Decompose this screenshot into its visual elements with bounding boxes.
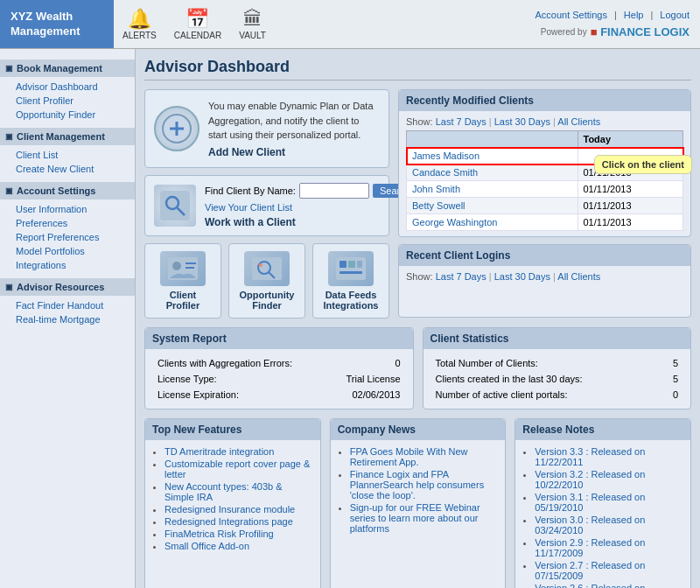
data-feeds-panel[interactable]: Data Feeds Integrations: [312, 243, 389, 318]
work-client-icon: [154, 185, 196, 227]
recent-logins-panel: Recent Client Logins Show: Last 7 Days |…: [398, 244, 691, 318]
filter-7days[interactable]: Last 7 Days: [436, 116, 486, 127]
nav-vault[interactable]: 🏛 VAULT: [239, 8, 266, 40]
client-name-link[interactable]: John Smith: [412, 184, 460, 194]
svg-point-7: [172, 262, 181, 270]
logins-filter: Show: Last 7 Days | Last 30 Days | All C…: [406, 271, 683, 282]
client-name-link[interactable]: Betty Sowell: [412, 200, 466, 211]
news-link[interactable]: FPA Goes Mobile With New Retirement App.: [350, 446, 468, 467]
nav-alerts[interactable]: 🔔 ALERTS: [122, 8, 157, 40]
news-item: Sign-up for our FREE Webinar series to l…: [350, 501, 499, 535]
add-client-content: You may enable Dynamic Plan or Data Aggr…: [208, 99, 380, 158]
client-profiler-panel[interactable]: Client Profiler: [144, 243, 221, 318]
sidebar-item-model-portfolios[interactable]: Model Portfolios: [16, 244, 135, 258]
company-news-body: FPA Goes Mobile With New Retirement App.…: [331, 440, 506, 540]
client-name-link[interactable]: Candace Smith: [412, 167, 478, 178]
client-row[interactable]: Betty Sowell01/11/2013: [407, 198, 683, 214]
release-link[interactable]: Version 3.1 : Released on 05/19/2010: [535, 492, 645, 513]
top-features-list: TD Ameritrade integrationCustomizable re…: [152, 445, 313, 552]
sidebar-item-user-info[interactable]: User Information: [16, 202, 135, 216]
client-name-link[interactable]: George Washington: [412, 217, 497, 228]
view-client-list-link[interactable]: View Your Client List: [205, 202, 417, 213]
feature-link[interactable]: Redesigned Integrations page: [164, 516, 293, 527]
report-row: License Type:Trial License: [154, 372, 404, 386]
logins-filter-7days[interactable]: Last 7 Days: [436, 271, 486, 282]
search-area: Find Client By Name: Search: [205, 183, 417, 199]
powered-by: Powered by ■ FINANCE LOGIX: [541, 25, 690, 38]
sidebar-links-account: User Information Preferences Report Pref…: [0, 200, 135, 275]
account-settings-link[interactable]: Account Settings: [535, 10, 607, 20]
filter-30days[interactable]: Last 30 Days: [494, 116, 550, 127]
svg-rect-16: [348, 261, 355, 268]
feature-link[interactable]: New Account types: 403b & Simple IRA: [164, 481, 283, 502]
client-row[interactable]: George Washington01/11/2013: [407, 214, 683, 231]
sidebar-section-label: Client Management: [17, 131, 105, 142]
page-title: Advisor Dashboard: [144, 58, 691, 80]
client-row[interactable]: John Smith01/11/2013: [407, 181, 683, 198]
sidebar-section-advisor-resources[interactable]: ▣ Advisor Resources: [0, 278, 135, 296]
logout-link[interactable]: Logout: [660, 10, 690, 20]
sidebar-item-fact-finder[interactable]: Fact Finder Handout: [16, 298, 135, 312]
icon-row: Client Profiler Opportunity Finder: [144, 243, 389, 318]
sidebar-item-preferences[interactable]: Preferences: [16, 216, 135, 230]
recent-logins-title: Recent Client Logins: [399, 245, 690, 266]
opportunity-finder-label: Opportunity Finder: [236, 290, 298, 311]
feature-link[interactable]: Redesigned Insurance module: [164, 504, 295, 514]
plus-circle-icon: [161, 113, 192, 144]
sidebar-item-client-list[interactable]: Client List: [16, 148, 135, 162]
svg-rect-10: [252, 257, 282, 280]
client-stats-body: Total Number of Clients:5Clients created…: [424, 349, 691, 409]
news-item: Finance Logix and FPA PlannerSearch help…: [350, 468, 499, 501]
sidebar-item-integrations[interactable]: Integrations: [16, 258, 135, 272]
release-link[interactable]: Version 3.3 : Released on 11/22/2011: [535, 446, 645, 467]
recently-modified-table: Today James MadisonCandace Smith01/11/20…: [406, 130, 683, 231]
action-panels: You may enable Dynamic Plan or Data Aggr…: [144, 89, 389, 318]
feature-link[interactable]: FinaMetrica Risk Profiling: [164, 528, 274, 539]
logins-filter-30days[interactable]: Last 30 Days: [494, 271, 550, 282]
opportunity-finder-panel[interactable]: Opportunity Finder: [228, 243, 305, 318]
client-stats-container: Client Statistics Total Number of Client…: [423, 327, 692, 410]
release-link[interactable]: Version 2.9 : Released on 11/17/2009: [535, 537, 645, 558]
search-input[interactable]: [299, 183, 369, 199]
alerts-label: ALERTS: [122, 31, 157, 40]
release-notes-title: Release Notes: [515, 419, 690, 440]
sidebar-item-opportunity-finder[interactable]: Opportunity Finder: [16, 108, 135, 122]
search-clients-icon: [158, 189, 192, 222]
sidebar-item-advisor-dashboard[interactable]: Advisor Dashboard: [16, 80, 135, 94]
release-link[interactable]: Version 2.6 : Released on 04/13/2009: [535, 583, 645, 589]
sidebar-links-client: Client List Create New Client: [0, 145, 135, 178]
sidebar-section-account-settings[interactable]: ▣ Account Settings: [0, 182, 135, 200]
release-link[interactable]: Version 3.2 : Released on 10/22/2010: [535, 469, 645, 490]
feature-link[interactable]: Small Office Add-on: [164, 541, 249, 551]
filter-all[interactable]: All Clients: [557, 116, 600, 127]
client-name-link[interactable]: James Madison: [412, 150, 480, 161]
news-link[interactable]: Sign-up for our FREE Webinar series to l…: [350, 502, 480, 534]
find-client-label: Find Client By Name:: [205, 186, 296, 196]
release-link[interactable]: Version 3.0 : Released on 03/24/2010: [535, 514, 645, 536]
add-client-panel[interactable]: You may enable Dynamic Plan or Data Aggr…: [144, 89, 389, 168]
toggle-icon: ▣: [5, 132, 13, 141]
nav-calendar[interactable]: 📅 CALENDAR: [174, 8, 221, 40]
feature-link[interactable]: TD Ameritrade integration: [164, 446, 274, 457]
news-link[interactable]: Finance Logix and FPA PlannerSearch help…: [350, 469, 484, 500]
logins-filter-all[interactable]: All Clients: [557, 271, 600, 282]
header: XYZ Wealth Management 🔔 ALERTS 📅 CALENDA…: [0, 0, 700, 49]
sidebar-item-create-new-client[interactable]: Create New Client: [16, 162, 135, 176]
work-client-panel: Find Client By Name: Search View Your Cl…: [144, 175, 389, 236]
sidebar-section-client-management[interactable]: ▣ Client Management: [0, 128, 135, 145]
feature-item: New Account types: 403b & Simple IRA: [164, 480, 313, 503]
help-link[interactable]: Help: [624, 10, 644, 20]
system-report-title: System Report: [145, 328, 413, 349]
feature-link[interactable]: Customizable report cover page & letter: [164, 458, 310, 480]
feature-item: FinaMetrica Risk Profiling: [164, 528, 313, 540]
sidebar-item-realtime-mortgage[interactable]: Real-time Mortgage: [16, 312, 135, 326]
release-link[interactable]: Version 2.7 : Released on 07/15/2009: [535, 560, 645, 581]
sidebar-item-client-profiler[interactable]: Client Profiler: [16, 94, 135, 108]
calendar-icon: 📅: [186, 8, 209, 31]
svg-rect-9: [186, 267, 194, 269]
sidebar-section-book-management[interactable]: ▣ Book Management: [0, 60, 135, 77]
col-date: Today: [578, 131, 683, 148]
sep2: |: [650, 10, 653, 20]
sidebar-item-report-prefs[interactable]: Report Preferences: [16, 230, 135, 244]
client-stats-title: Client Statistics: [424, 328, 691, 349]
